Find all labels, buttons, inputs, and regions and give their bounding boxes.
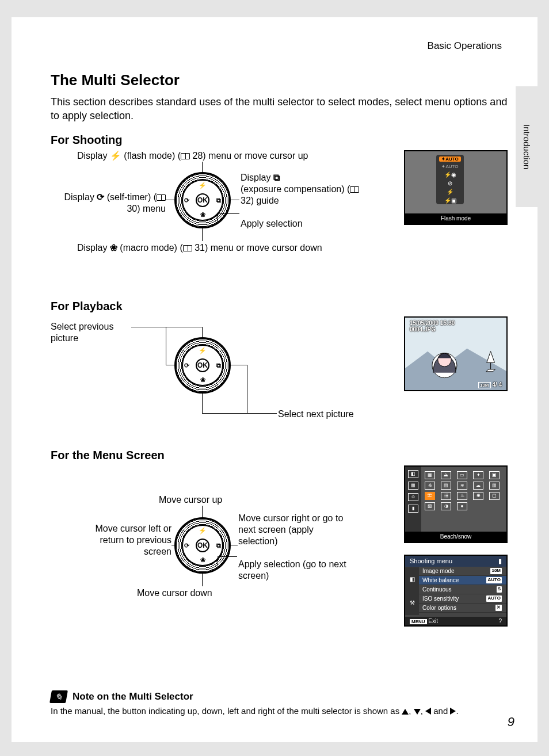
tab-movie-icon: ▮: [408, 505, 418, 513]
macro-icon: ❀: [200, 211, 205, 219]
shooting-up-label: Display ⚡ (flash mode) ( 28) menu or mov…: [77, 150, 308, 162]
lcd-shooting-menu: Shooting menu ▮ ◧ ⚒ Image mode 10M White…: [404, 555, 508, 627]
scroll-icon: ▮: [498, 558, 502, 565]
timer-icon: ⟳: [184, 541, 189, 549]
lcd-flash-mode: ✦AUTO ✦AUTO ⚡◉ ⊘ ⚡ ⚡▣ Flash mode: [404, 150, 508, 225]
tab-wrench-icon: ⚒: [410, 600, 415, 606]
timer-icon: ⟳: [184, 361, 189, 369]
menu-ok-label: Apply selection (go to next screen): [238, 559, 353, 582]
tab-camera-icon: ◧: [410, 576, 415, 582]
tab-camera-icon: ◧: [408, 470, 418, 478]
multi-selector-icon: ⚡ ❀ ⟳ ⧉: [174, 172, 231, 228]
playback-diagram: Select previous picture Select next pict…: [51, 316, 508, 432]
playback-prev-label: Select previous picture: [51, 321, 131, 344]
thumb-tab-label: Introduction: [522, 124, 532, 169]
exposure-icon: ⧉: [216, 361, 221, 369]
shooting-diagram: Display ⚡ (flash mode) ( 28) menu or mov…: [51, 150, 508, 277]
lcd-caption: Flash mode: [405, 213, 506, 224]
menu-row-image-mode: Image mode 10M: [405, 567, 506, 576]
manual-page: Basic Operations Introduction The Multi …: [12, 17, 537, 742]
flash-icon: ⚡: [199, 347, 207, 354]
flash-icon: ⚡: [199, 527, 207, 534]
menu-row-continuous: Continuous S: [405, 585, 506, 594]
timer-icon: ⟳: [184, 196, 189, 204]
book-icon: [157, 194, 166, 201]
shooting-right-label: Display ⧉ (exposure compensation) ( 32) …: [241, 172, 373, 207]
multi-selector-icon: ⚡ ❀ ⟳ ⧉: [174, 337, 231, 394]
exposure-icon: ⧉: [216, 196, 221, 204]
menu-heading: For the Menu Screen: [51, 449, 508, 462]
flash-off-icon: ⊘: [448, 180, 452, 186]
playback-next-label: Select next picture: [278, 408, 354, 420]
help-icon: ?: [498, 618, 502, 624]
book-icon: [350, 186, 359, 193]
flash-redeye-icon: ⚡◉: [444, 171, 456, 178]
playback-heading: For Playback: [51, 300, 508, 313]
note-block: ✎ Note on the Multi Selector In the manu…: [51, 690, 503, 717]
note-body: In the manual, the button indicating up,…: [51, 705, 503, 717]
scene-caption: Beach/snow: [405, 532, 506, 542]
lcd-playback: 15/05/2009 15:30 0004.JPG 10M 4/ 4: [404, 316, 508, 391]
shooting-heading: For Shooting: [51, 133, 508, 147]
exposure-icon: ⧉: [216, 541, 221, 549]
menu-exit-bar: MENU Exit ?: [405, 617, 506, 625]
shooting-ok-label: Apply selection: [241, 218, 303, 230]
running-head: Basic Operations: [51, 40, 508, 52]
intro-paragraph: This section describes standard uses of …: [51, 95, 508, 123]
tab-scene-icon: ▦: [408, 482, 418, 490]
flash-auto-dim: ✦AUTO: [441, 164, 458, 169]
menu-row-iso: ISO sensitivity AUTO: [405, 594, 506, 604]
page-number: 9: [508, 715, 514, 730]
macro-icon: ❀: [200, 376, 205, 384]
playback-metadata: 15/05/2009 15:30 0004.JPG: [410, 320, 455, 333]
flash-icon: ⚡: [199, 182, 207, 189]
menu-up-label: Move cursor up: [159, 494, 222, 506]
flash-slow-icon: ⚡▣: [444, 197, 456, 204]
menu-left-label: Move cursor left or return to previous s…: [74, 523, 171, 558]
pencil-note-icon: ✎: [49, 690, 68, 703]
menu-row-color: Color options ✕: [405, 604, 506, 613]
flash-auto-selected: ✦AUTO: [439, 156, 461, 162]
menu-diagram: Move cursor up Move cursor right or go t…: [51, 465, 508, 638]
note-title: Note on the Multi Selector: [73, 691, 193, 702]
page-title: The Multi Selector: [51, 71, 508, 89]
playback-counter: 10M 4/ 4: [478, 381, 502, 388]
right-arrow-icon: [450, 708, 456, 715]
shooting-down-label: Display ❀ (macro mode) ( 31) menu or mov…: [77, 242, 322, 254]
shooting-left-label: Display ⟳ (self-timer) ( 30) menu: [51, 192, 166, 215]
book-icon: [183, 245, 192, 251]
shooting-menu-title: Shooting menu: [410, 558, 452, 565]
down-arrow-icon: [414, 709, 421, 715]
multi-selector-icon: ⚡ ❀ ⟳ ⧉: [174, 517, 231, 574]
flash-fill-icon: ⚡: [447, 189, 453, 195]
lcd-scene-menu: ◧ ▦ ☺ ▮ ▦⛰▭✦▣ ※▤≋☁▥ ⛱𝍖♨✺▢ ▧◑● Beach/snow: [404, 465, 508, 543]
left-arrow-icon: [425, 708, 431, 715]
thumb-tab: Introduction: [516, 86, 537, 207]
up-arrow-icon: [402, 709, 409, 715]
menu-down-label: Move cursor down: [137, 587, 212, 599]
macro-icon: ❀: [200, 556, 205, 564]
menu-right-label: Move cursor right or go to next screen (…: [238, 513, 353, 547]
book-icon: [181, 153, 190, 159]
menu-row-white-balance: White balance AUTO: [405, 576, 506, 585]
tab-smile-icon: ☺: [408, 493, 418, 501]
